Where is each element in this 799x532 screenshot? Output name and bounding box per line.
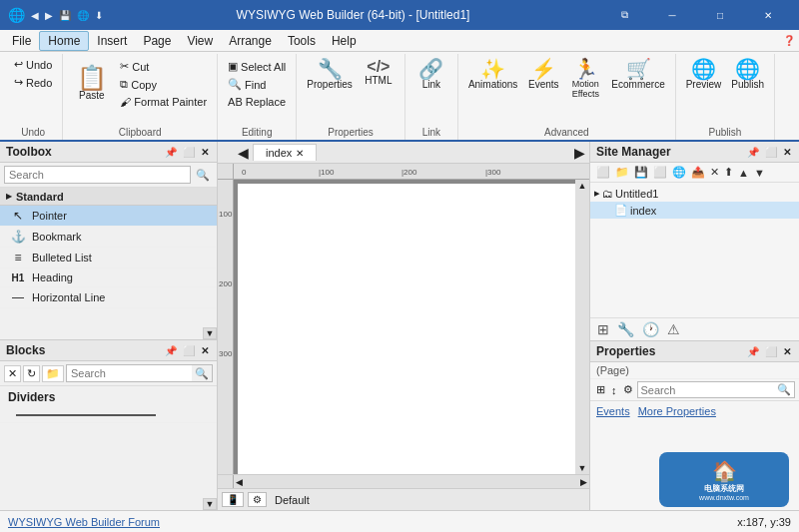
pin-icon[interactable]: 📌 (163, 146, 179, 159)
toolbox-item-pointer[interactable]: ↖ Pointer (0, 206, 217, 227)
events-btn[interactable]: ⚡ Events (523, 56, 563, 93)
link-btn[interactable]: 🔗 Link (411, 56, 451, 93)
sm-up-btn[interactable]: ▲ (736, 166, 751, 180)
blocks-scrollbar[interactable]: ▼ (0, 498, 217, 510)
restore-btn[interactable]: ⧉ (601, 0, 647, 30)
canvas-page[interactable] (238, 184, 585, 474)
prop-pin-icon[interactable]: 📌 (745, 345, 761, 358)
blocks-delete-btn[interactable]: ✕ (4, 365, 21, 382)
events-link[interactable]: Events (596, 405, 630, 417)
toolbox-search-input[interactable] (4, 166, 191, 184)
sm-publish-btn[interactable]: 📤 (689, 165, 707, 180)
find-btn[interactable]: 🔍 Find (224, 76, 290, 93)
paste-btn[interactable]: 📋 Paste (69, 63, 114, 104)
sm-preview-btn[interactable]: 🌐 (670, 165, 688, 180)
globe-icon[interactable]: 🌐 (75, 8, 91, 23)
sm-bot-grid-icon[interactable]: ⊞ (594, 320, 612, 338)
sm-delete-btn[interactable]: ✕ (708, 165, 721, 180)
toolbox-item-bookmark[interactable]: ⚓ Bookmark (0, 227, 217, 248)
hscroll-track[interactable]: ◀ ▶ (234, 475, 589, 488)
help-icon[interactable]: ❓ (783, 35, 795, 46)
menu-tools[interactable]: Tools (280, 32, 324, 50)
html-btn[interactable]: </> HTML (359, 56, 399, 89)
blocks-close-icon[interactable]: ✕ (199, 344, 211, 357)
tree-item-index[interactable]: 📄 index (590, 202, 799, 219)
sm-save-btn[interactable]: 💾 (632, 165, 650, 180)
prop-float-icon[interactable]: ⬜ (763, 345, 779, 358)
prop-filter-btn[interactable]: ⚙ (621, 382, 635, 397)
menu-file[interactable]: File (4, 32, 39, 50)
more-properties-link[interactable]: More Properties (638, 405, 716, 417)
sm-close-icon[interactable]: ✕ (781, 146, 793, 159)
close-toolbox-icon[interactable]: ✕ (199, 146, 211, 159)
menu-home[interactable]: Home (39, 31, 89, 51)
toolbox-search-btn[interactable]: 🔍 (193, 168, 213, 183)
sm-properties-btn[interactable]: ⬜ (651, 165, 669, 180)
undo-btn[interactable]: ↩ Undo (10, 56, 56, 73)
prop-search-btn[interactable]: 🔍 (774, 382, 794, 397)
scroll-right-btn[interactable]: ▶ (578, 477, 589, 487)
properties-btn[interactable]: 🔧 Properties (303, 56, 357, 93)
arrow-icon[interactable]: ⬇ (93, 8, 105, 23)
redo-btn[interactable]: ↪ Redo (10, 74, 56, 91)
back-icon[interactable]: ◀ (29, 8, 41, 23)
save-icon[interactable]: 💾 (57, 8, 73, 23)
sm-float-icon[interactable]: ⬜ (763, 146, 779, 159)
toolbox-item-bulleted-list[interactable]: ≡ Bulleted List (0, 248, 217, 268)
scroll-up-btn[interactable]: ▲ (577, 180, 588, 192)
motion-btn[interactable]: 🏃 MotionEffects (565, 56, 605, 102)
prop-close-icon[interactable]: ✕ (781, 345, 793, 358)
canvas-tab-right-arrow[interactable]: ▶ (570, 145, 589, 161)
sm-open-btn[interactable]: 📁 (613, 165, 631, 180)
properties-search-input[interactable] (638, 383, 775, 397)
toolbox-item-horizontal-line[interactable]: — Horizontal Line (0, 287, 217, 308)
forward-icon[interactable]: ▶ (43, 8, 55, 23)
canvas-btn-1[interactable]: 📱 (222, 492, 244, 507)
blocks-folder-btn[interactable]: 📁 (42, 365, 64, 382)
minimize-btn[interactable]: ─ (649, 0, 695, 30)
toolbox-item-heading[interactable]: H1 Heading (0, 268, 217, 287)
canvas-tab-index[interactable]: index ✕ (253, 144, 317, 161)
preview-btn[interactable]: 🌐 Preview (682, 56, 726, 93)
blocks-float-icon[interactable]: ⬜ (181, 344, 197, 357)
prop-sort-btn[interactable]: ↕ (609, 383, 619, 397)
blocks-search-input[interactable] (67, 365, 192, 381)
ecommerce-btn[interactable]: 🛒 Ecommerce (607, 56, 668, 93)
canvas-tab-close-icon[interactable]: ✕ (296, 148, 304, 159)
prop-grid-btn[interactable]: ⊞ (594, 382, 607, 397)
canvas-scroll-main[interactable]: ▲ ▼ (234, 180, 589, 474)
sm-pin-icon[interactable]: 📌 (745, 146, 761, 159)
sm-down-btn[interactable]: ▼ (752, 166, 767, 180)
menu-page[interactable]: Page (135, 32, 179, 50)
cut-btn[interactable]: ✂ Cut (116, 58, 211, 75)
canvas-tab-left-arrow[interactable]: ◀ (234, 145, 253, 161)
menu-arrange[interactable]: Arrange (221, 32, 280, 50)
menu-help[interactable]: Help (324, 32, 365, 50)
menu-insert[interactable]: Insert (89, 32, 135, 50)
copy-btn[interactable]: ⧉ Copy (116, 76, 211, 93)
blocks-refresh-btn[interactable]: ↻ (23, 365, 40, 382)
status-forum-link[interactable]: WYSIWYG Web Builder Forum (8, 516, 160, 528)
sm-new-site-btn[interactable]: ⬜ (594, 165, 612, 180)
select-all-btn[interactable]: ▣ Select All (224, 58, 290, 75)
sm-bot-clock-icon[interactable]: 🕐 (639, 320, 662, 338)
replace-btn[interactable]: AB Replace (224, 94, 290, 110)
publish-btn[interactable]: 🌐 Publish (727, 56, 768, 93)
canvas-vertical-scrollbar[interactable]: ▲ ▼ (575, 180, 589, 474)
scroll-down-btn[interactable]: ▼ (577, 462, 588, 474)
sm-bot-warning-icon[interactable]: ⚠ (664, 320, 683, 338)
sm-bot-tools-icon[interactable]: 🔧 (614, 320, 637, 338)
toolbox-scrollbar[interactable]: ▼ (0, 327, 217, 339)
blocks-search-btn[interactable]: 🔍 (192, 366, 212, 381)
close-btn[interactable]: ✕ (745, 0, 791, 30)
canvas-btn-2[interactable]: ⚙ (248, 492, 267, 507)
sm-upload-btn[interactable]: ⬆ (722, 165, 735, 180)
scroll-left-btn[interactable]: ◀ (234, 477, 245, 487)
menu-view[interactable]: View (179, 32, 221, 50)
toolbox-group-standard[interactable]: ▸ Standard (0, 188, 217, 206)
format-painter-btn[interactable]: 🖌 Format Painter (116, 94, 211, 110)
float-icon[interactable]: ⬜ (181, 146, 197, 159)
animations-btn[interactable]: ✨ Animations (464, 56, 521, 93)
divider-item[interactable] (0, 408, 217, 423)
tree-item-untitled1[interactable]: ▸ 🗂 Untitled1 (590, 185, 799, 202)
